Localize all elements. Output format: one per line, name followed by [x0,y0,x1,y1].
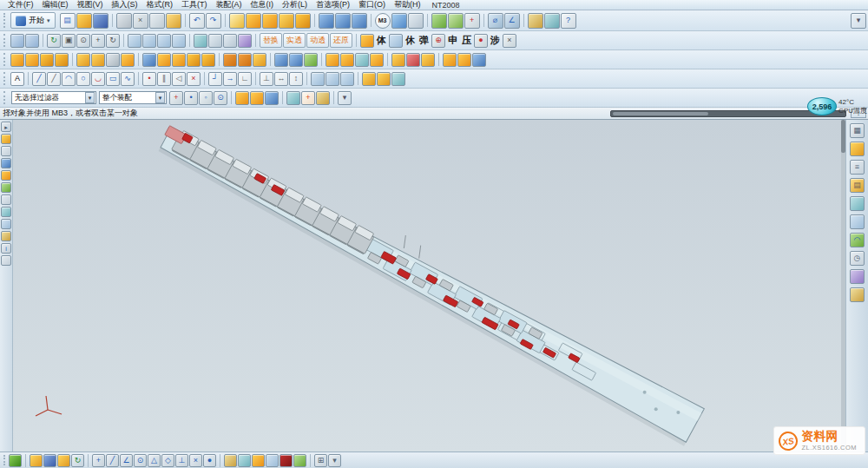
hide-icon[interactable] [223,34,237,48]
offset-face-icon[interactable] [172,53,186,67]
history-icon[interactable]: ◷ [850,251,865,266]
cut-icon[interactable]: × [133,13,148,29]
dimension-icon[interactable]: ↔ [274,72,288,86]
grid-toggle-icon[interactable]: ⊞ [314,454,327,467]
pan-icon[interactable]: + [91,34,105,48]
edit-curve-icon[interactable] [362,72,376,86]
web-browser-icon[interactable]: ◠ [850,233,865,247]
law-curve-icon[interactable] [340,72,354,86]
wrap-icon[interactable] [304,53,318,67]
snap-center-icon[interactable]: ⊙ [214,91,227,105]
render-icon[interactable] [279,454,293,467]
print-icon[interactable] [116,13,132,29]
wireframe-view-icon[interactable] [408,13,424,29]
helix-icon[interactable] [326,72,339,86]
shen-button[interactable]: 申 [446,34,459,47]
open-file-icon[interactable] [30,454,43,467]
system-materials-icon[interactable] [850,269,865,284]
snap-dot-icon[interactable]: ● [203,454,216,467]
accelerator-badge[interactable]: 2,596 [807,97,837,115]
toolbar-grip[interactable] [3,72,7,85]
menu-item[interactable]: 插入(S) [108,0,142,10]
selection-filter-dropdown[interactable]: 无选择过滤器 ▾ [11,91,96,104]
analysis-tool-icon[interactable] [1,207,11,217]
text-tool-icon[interactable]: A [10,72,24,86]
right-view-icon[interactable] [172,34,186,48]
zoom-icon[interactable]: ⊙ [76,34,90,48]
hd3d-tools-icon[interactable] [850,214,865,229]
mirror-feature-icon[interactable] [142,53,156,67]
menu-item[interactable]: 工具(T) [177,0,212,10]
menu-item[interactable]: 分析(L) [278,0,312,10]
selection-more-icon[interactable]: ▾ [338,91,352,105]
view-m3-icon[interactable]: M3 [375,13,391,29]
fillet-icon[interactable]: ◡ [91,72,105,86]
make-corner-icon[interactable]: ∟ [238,72,252,86]
top-view-icon[interactable] [142,34,156,48]
layer-bottom-icon[interactable] [252,454,265,467]
more-bottom-icon[interactable]: ▾ [328,454,341,467]
toolbar-grip[interactable] [3,455,7,466]
menu-item[interactable]: 装配(A) [212,0,247,10]
snap-triangle-icon[interactable]: △ [148,454,161,467]
shell-icon[interactable] [55,53,69,67]
layer-tool-icon[interactable] [1,231,11,241]
line-icon[interactable]: ╱ [47,72,61,86]
rib-icon[interactable] [223,53,237,67]
selection-scope-dropdown[interactable]: 整个装配 ▾ [99,91,167,104]
refresh-icon[interactable]: ↻ [47,34,61,48]
scale-body-icon[interactable] [157,53,171,67]
roles-icon[interactable] [850,287,865,302]
emboss-icon[interactable] [238,53,252,67]
sew-icon[interactable] [253,53,266,67]
quick-extend-icon[interactable]: → [223,72,237,86]
mirror-body-icon[interactable] [443,53,457,67]
tile-icon[interactable] [25,34,39,48]
rotate-view-icon[interactable]: ↻ [106,34,120,48]
sketch-icon[interactable] [229,13,245,29]
constraint-icon[interactable]: ⊥ [260,72,273,86]
wave-link-icon[interactable] [360,34,374,48]
menu-item[interactable]: 视图(V) [73,0,108,10]
subtract-icon[interactable] [335,13,351,29]
block-icon[interactable] [295,13,311,29]
save-file-icon[interactable] [43,454,56,467]
trimetric-view-icon[interactable] [128,34,141,48]
curve-tool-icon[interactable] [1,146,11,156]
menu-item[interactable]: 首选项(P) [312,0,354,10]
horizontal-scrollbar-handle[interactable] [613,112,708,115]
patch-icon[interactable] [274,53,288,67]
shaded-mode-icon[interactable] [194,34,207,48]
assembly-navigator-icon[interactable] [850,142,865,156]
snap-end-icon[interactable]: + [92,454,105,467]
select-tool-icon[interactable]: ▸ [1,122,11,132]
instance-icon[interactable] [472,53,486,67]
menu-item[interactable]: 格式(R) [142,0,178,10]
tube-icon[interactable] [201,53,215,67]
redo-icon[interactable]: ↷ [206,13,221,29]
revolve-icon[interactable] [262,13,278,29]
point-constructor-icon[interactable]: + [301,91,315,105]
hole-icon[interactable] [279,13,294,29]
toolbar-grip[interactable] [3,91,7,104]
spring-button[interactable]: 弹 [418,34,431,47]
toolbar-grip[interactable] [3,13,7,27]
draft-icon[interactable] [40,53,54,67]
promote-body-icon[interactable] [457,53,471,67]
snap-circle-icon[interactable]: ⊙ [134,454,147,467]
resource-grid-icon[interactable]: ▦ [850,123,865,138]
select-face-icon[interactable] [250,91,264,105]
suspend-button[interactable]: 休 [404,34,417,47]
pattern-icon[interactable] [121,53,135,67]
delete-face-icon[interactable] [391,53,405,67]
display-icon[interactable] [544,13,560,29]
restore-button[interactable]: 还原 [330,33,352,48]
menu-item[interactable]: 文件(F) [3,0,38,10]
body-button[interactable]: 体 [375,34,388,47]
datum-axis-icon[interactable] [448,13,464,29]
viewport-3d[interactable] [13,120,845,452]
dynamic-transparent-button[interactable]: 动透 [306,33,329,48]
preferences-tool-icon[interactable] [1,255,11,266]
front-view-icon[interactable] [157,34,171,48]
constraint-navigator-icon[interactable]: ≡ [850,160,865,175]
